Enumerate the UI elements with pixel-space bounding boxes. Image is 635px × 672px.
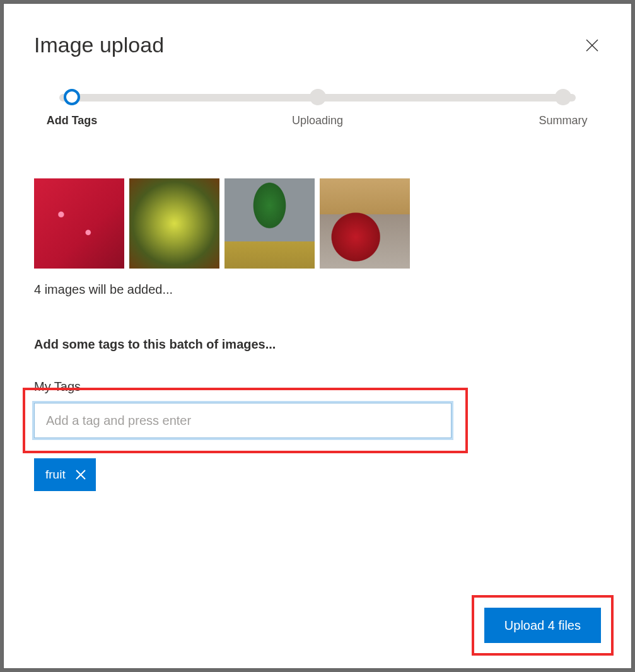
thumbnail-image[interactable] (34, 178, 124, 269)
tag-input[interactable] (34, 403, 451, 438)
progress-stepper: Add Tags Uploading Summary (34, 89, 601, 133)
tag-pill-remove-button[interactable] (74, 468, 87, 481)
step-dot-icon (64, 89, 80, 105)
close-icon (75, 469, 86, 480)
step-add-tags: Add Tags (34, 89, 110, 127)
image-upload-dialog: Image upload Add Tags Uploading Summary (4, 4, 631, 668)
close-button[interactable] (583, 37, 601, 54)
step-label: Uploading (292, 114, 343, 127)
step-uploading: Uploading (280, 89, 356, 127)
close-icon (585, 38, 600, 53)
thumbnail-status-text: 4 images will be added... (34, 282, 601, 297)
dialog-header: Image upload (34, 33, 601, 57)
my-tags-label: My Tags (34, 379, 601, 394)
tag-pill-label: fruit (45, 468, 66, 482)
tags-heading: Add some tags to this batch of images... (34, 337, 601, 352)
step-dot-icon (310, 89, 326, 105)
dialog-title: Image upload (34, 33, 164, 57)
thumbnail-image[interactable] (224, 178, 315, 269)
step-dot-icon (555, 89, 571, 105)
step-label: Summary (539, 114, 587, 127)
step-summary: Summary (525, 89, 601, 127)
step-label: Add Tags (47, 114, 98, 127)
thumbnail-image[interactable] (129, 178, 219, 269)
tag-pill-list: fruit (34, 458, 601, 491)
tag-pill[interactable]: fruit (34, 458, 96, 491)
upload-files-button[interactable]: Upload 4 files (484, 608, 601, 643)
thumbnail-strip (34, 178, 601, 269)
thumbnail-image[interactable] (320, 178, 410, 269)
dialog-footer: Upload 4 files (484, 608, 601, 643)
